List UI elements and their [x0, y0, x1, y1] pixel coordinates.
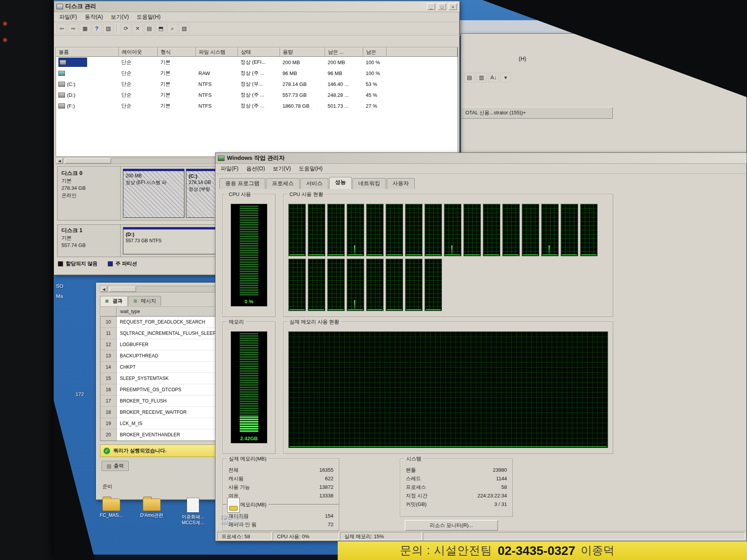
scroll-left-icon[interactable]: ◀ — [100, 286, 107, 292]
scroll-thumb[interactable] — [109, 286, 136, 292]
column-type[interactable]: 형식 — [158, 47, 196, 57]
disk-management-menubar: 파일(F) 동작(A) 보기(V) 도움말(H) — [54, 12, 459, 22]
disk0-info[interactable]: 디스크 0 기본 278.34 GB 온라인 — [58, 166, 121, 220]
close-button[interactable]: × — [449, 3, 457, 10]
banner-phone: 02-3435-0327 — [498, 544, 575, 558]
document-icon — [187, 498, 199, 513]
message-icon: ▥ — [133, 299, 139, 303]
desktop: SO Ma 172 (H) ▤ ▥ A↓ ▾ OTAL 신용...strator… — [54, 0, 747, 560]
folder-icon — [102, 499, 120, 511]
core-graph — [483, 204, 500, 256]
tab-processes[interactable]: 프로세스 — [266, 178, 300, 189]
tab-users[interactable]: 사용자 — [387, 178, 415, 189]
console-tree-icon[interactable]: ▦ — [80, 24, 90, 33]
stat-row: 캐시됨622 — [228, 474, 333, 483]
desktop-icon-fc-mas[interactable]: FC_MAS... — [93, 499, 130, 518]
table-row[interactable]: 단순 기본 정상 (EFI... 200 MB 200 MB 100 % — [56, 57, 458, 68]
menu-file[interactable]: 파일(F) — [56, 13, 81, 21]
column-free-pct[interactable]: 남은 — [363, 47, 387, 57]
core-graph — [308, 259, 325, 311]
maximize-button[interactable]: □ — [438, 3, 446, 10]
background-toolbar: ▤ ▥ A↓ ▾ — [464, 73, 511, 82]
core-graph — [522, 204, 539, 256]
tab-messages[interactable]: ▥ 메시지 — [128, 296, 161, 306]
sql-horizontal-scrollbar[interactable]: ◀ — [100, 286, 217, 292]
grid-corner[interactable] — [100, 307, 117, 317]
menu-help[interactable]: 도움말(H) — [295, 164, 326, 173]
table-row[interactable]: (D:) 단순 기본 NTFS 정상 (주 ... 557.73 GB 248.… — [56, 89, 458, 100]
back-icon[interactable]: ⇦ — [56, 24, 67, 33]
core-graph — [347, 204, 364, 256]
minimize-button[interactable]: _ — [427, 3, 435, 10]
settings-icon[interactable]: ▧ — [179, 24, 189, 33]
indent-icon[interactable]: ▥ — [476, 73, 487, 82]
menu-view[interactable]: 보기(V) — [269, 164, 295, 173]
document-tab[interactable]: OTAL 신용...strator (155))+ — [461, 107, 613, 119]
memory-gauge-group: 메모리 2.42GB — [223, 322, 275, 454]
volume-icon — [58, 93, 65, 98]
tab-services[interactable]: 서비스 — [300, 178, 328, 189]
stat-row: 프로세스58 — [406, 483, 507, 492]
success-check-icon: ✓ — [103, 448, 110, 454]
column-volume[interactable]: 볼륨 — [56, 47, 119, 57]
stat-row: 스레드1144 — [406, 474, 507, 483]
core-graph — [405, 204, 423, 256]
status-filler — [423, 532, 745, 540]
output-icon: ▤ — [107, 463, 111, 469]
resource-monitor-button[interactable]: 리소스 모니터(R)... — [405, 520, 498, 531]
core-graph — [424, 204, 442, 256]
desktop-icon-mccs[interactable]: 이중화패... MCCS계... — [174, 498, 212, 526]
menu-file[interactable]: 파일(F) — [217, 164, 242, 173]
table-row[interactable]: (F:) 단순 기본 NTFS 정상 (주 ... 1860.78 GB 501… — [56, 100, 458, 111]
tab-networking[interactable]: 네트워킹 — [352, 178, 386, 189]
stat-row: 사용 가능13872 — [228, 483, 333, 492]
list-icon[interactable]: ▤ — [464, 73, 475, 82]
action-pane-icon[interactable]: ▨ — [103, 24, 114, 33]
properties-icon[interactable]: ▤ — [144, 24, 154, 33]
column-status[interactable]: 상태 — [238, 47, 280, 57]
task-manager-titlebar[interactable]: Windows 작업 관리자 — [216, 153, 747, 164]
refresh-icon[interactable]: ⟳ — [121, 24, 131, 33]
core-graph — [386, 204, 403, 256]
core-graph — [502, 204, 520, 256]
column-filesystem[interactable]: 파일 시스템 — [196, 47, 238, 57]
partition-legend: 할당되지 않음 주 파티션 — [58, 260, 137, 267]
menu-fragment[interactable]: (H) — [519, 56, 526, 62]
disk-management-titlebar[interactable]: 디스크 관리 _ □ × — [54, 1, 459, 12]
table-row[interactable]: (C:) 단순 기본 NTFS 정상 (부... 278.14 GB 146.4… — [56, 79, 458, 89]
partition-efi[interactable]: 200 MB 정상 (EFI 시스템 파 — [123, 169, 184, 218]
disk1-info[interactable]: 디스크 1 기본 557.74 GB — [58, 225, 121, 257]
column-free[interactable]: 남은 ... — [325, 47, 363, 57]
column-layout[interactable]: 레이아웃 — [119, 47, 158, 57]
open-icon[interactable]: ⬒ — [156, 24, 166, 33]
contact-banner: 문의 : 시설안전팀 02-3435-0327 이종덕 — [338, 541, 747, 560]
task-manager-window: Windows 작업 관리자 파일(F) 옵션(O) 보기(V) 도움말(H) … — [215, 152, 747, 541]
menu-action[interactable]: 동작(A) — [81, 13, 107, 21]
menu-options[interactable]: 옵션(O) — [243, 164, 268, 173]
table-row[interactable]: 단순 기본 RAW 정상 (주 ... 96 MB 96 MB 100 % — [56, 68, 458, 79]
help-icon[interactable]: ? — [91, 24, 102, 33]
delete-icon[interactable]: ✕ — [132, 24, 143, 33]
dropdown-icon[interactable]: ▾ — [500, 73, 511, 82]
tab-output[interactable]: ▤ 출력 — [102, 461, 129, 471]
menu-view[interactable]: 보기(V) — [107, 13, 133, 21]
forward-icon[interactable]: ⇨ — [68, 24, 79, 33]
task-manager-menubar: 파일(F) 옵션(O) 보기(V) 도움말(H) — [216, 164, 747, 174]
sort-az-icon[interactable]: A↓ — [488, 73, 499, 82]
tab-applications[interactable]: 응용 프로그램 — [219, 178, 265, 189]
desktop-icon-damo[interactable]: D'Amo관련 — [133, 499, 170, 518]
scroll-thumb[interactable] — [65, 158, 111, 164]
column-capacity[interactable]: 용량 — [280, 47, 325, 57]
memory-gauge: 2.42GB — [231, 331, 267, 443]
core-graph — [444, 204, 461, 256]
menu-help[interactable]: 도움말(H) — [133, 13, 164, 21]
toolbar-separator — [117, 24, 117, 33]
scroll-left-icon[interactable]: ◀ — [56, 158, 63, 164]
volume-icon — [60, 60, 66, 65]
find-icon[interactable]: ⌕ — [167, 24, 178, 33]
cpu-core-graphs — [288, 204, 608, 311]
tab-results[interactable]: ▦ 결과 — [100, 296, 128, 306]
desktop-icon-delete-script[interactable]: 1달전 데이터 삭제_simp... — [215, 498, 252, 526]
tab-performance[interactable]: 성능 — [329, 177, 352, 189]
volume-icon — [58, 103, 65, 108]
